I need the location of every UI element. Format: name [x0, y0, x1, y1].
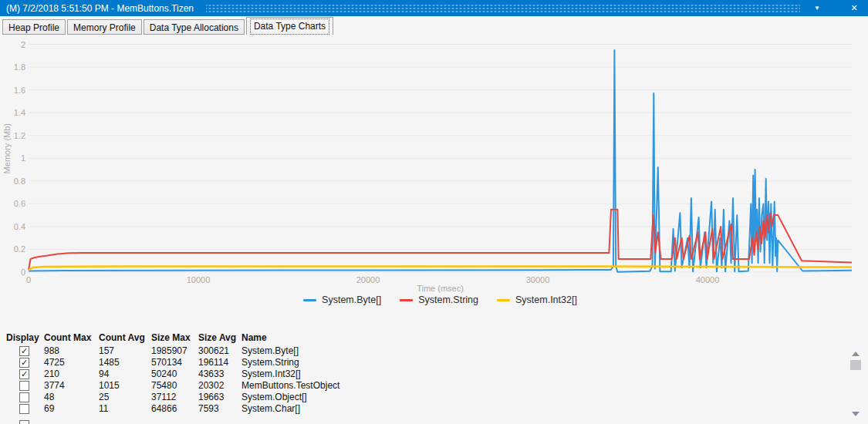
column-header-display[interactable]: Display — [6, 331, 44, 345]
table-cell-size-avg: 43633 — [198, 368, 241, 380]
tab-memory-profile[interactable]: Memory Profile — [67, 19, 142, 35]
legend-item: System.String — [400, 294, 478, 305]
table-cell-size-avg: 196114 — [198, 357, 241, 368]
display-checkbox[interactable] — [19, 404, 29, 414]
tab-strip: Heap ProfileMemory ProfileData Type Allo… — [2, 17, 335, 35]
data-type-table: DisplayCount MaxCount AvgSize MaxSize Av… — [6, 331, 411, 415]
y-tick-label: 2 — [0, 40, 25, 49]
table-cell-name: System.Object[] — [241, 392, 411, 403]
x-axis-title: Time (msec) — [29, 284, 852, 293]
table-cell-size-avg: 300621 — [198, 345, 241, 357]
y-tick-label: 0.2 — [0, 244, 25, 254]
column-header-size-avg[interactable]: Size Avg — [198, 331, 241, 345]
window-title: (M) 7/2/2018 5:51:50 PM - MemButtons.Tiz… — [0, 3, 194, 14]
table-cell-count-max: 210 — [44, 368, 99, 380]
chart-legend: System.Byte[]System.StringSystem.Int32[] — [29, 294, 852, 305]
display-checkbox[interactable] — [19, 392, 29, 402]
table-cell-size-avg: 19663 — [198, 392, 241, 403]
legend-label: System.String — [418, 294, 478, 305]
legend-swatch — [400, 299, 413, 301]
scroll-down-icon[interactable] — [852, 412, 860, 416]
y-tick-label: 0.4 — [0, 222, 25, 231]
display-checkbox[interactable]: ✓ — [19, 369, 29, 379]
y-tick-label: 1.6 — [0, 86, 25, 95]
legend-item: System.Int32[] — [497, 294, 577, 305]
table-cell-name: System.Int32[] — [241, 368, 411, 380]
table-cell-count-avg: 157 — [99, 345, 151, 357]
close-icon[interactable]: ✕ — [848, 2, 860, 15]
table-cell-count-max: 48 — [44, 392, 99, 403]
table-cell-count-max: 988 — [44, 345, 99, 357]
y-axis-title: Memory (Mb) — [2, 123, 12, 173]
y-tick-label: 0.6 — [0, 199, 25, 208]
table-cell-size-max: 1985907 — [151, 345, 198, 357]
titlebar-grip[interactable] — [206, 4, 800, 13]
column-header-name[interactable]: Name — [241, 331, 411, 345]
table-cell-name: System.String — [241, 357, 411, 368]
table-cell-count-avg: 94 — [99, 368, 151, 380]
table-scrollbar[interactable] — [847, 345, 864, 424]
table-cell-display: ✓ — [6, 368, 44, 380]
y-tick-label: 1.8 — [0, 62, 25, 72]
table-cell-name: MemButtons.TestObject — [241, 380, 411, 392]
scroll-up-icon[interactable] — [852, 352, 860, 356]
table-cell-count-avg: 25 — [99, 392, 151, 403]
legend-swatch — [497, 299, 510, 301]
window-controls: ▼ ✕ — [811, 2, 868, 15]
legend-label: System.Byte[] — [322, 294, 381, 305]
table-cell-name: System.Char[] — [241, 403, 411, 415]
series-line-system-string — [29, 210, 852, 270]
legend-label: System.Int32[] — [515, 294, 577, 305]
table-cell-display — [6, 392, 44, 403]
display-checkbox[interactable] — [19, 381, 29, 391]
column-header-size-max[interactable]: Size Max — [151, 331, 198, 345]
table-cell-size-max: 570134 — [151, 357, 198, 368]
table-cell-count-max: 4725 — [44, 357, 99, 368]
maximize-icon[interactable] — [829, 2, 842, 15]
table-cell-display: ✓ — [6, 357, 44, 368]
table-cell-count-avg: 1015 — [99, 380, 151, 392]
column-header-count-max[interactable]: Count Max — [44, 331, 99, 345]
y-tick-label: 1.4 — [0, 108, 25, 117]
legend-swatch — [303, 299, 316, 301]
table-cell-size-max: 50240 — [151, 368, 198, 380]
table-cell-display: ✓ — [6, 345, 44, 357]
series-line-system-int32- — [29, 267, 852, 270]
table-cell-size-avg: 7593 — [198, 403, 241, 415]
table-cell-count-max: 3774 — [44, 380, 99, 392]
window-position-menu-icon[interactable]: ▼ — [811, 2, 823, 15]
window-titlebar[interactable]: (M) 7/2/2018 5:51:50 PM - MemButtons.Tiz… — [0, 0, 868, 16]
table-cell-size-avg: 20302 — [198, 380, 241, 392]
table-cell-count-avg: 1485 — [99, 357, 151, 368]
table-cell-display — [6, 403, 44, 415]
scrollbar-thumb[interactable] — [850, 360, 861, 370]
legend-item: System.Byte[] — [303, 294, 381, 305]
table-cell-count-max: 69 — [44, 403, 99, 415]
y-tick-label: 0.8 — [0, 177, 25, 186]
column-header-count-avg[interactable]: Count Avg — [99, 331, 151, 345]
tab-data-type-charts[interactable]: Data Type Charts — [246, 17, 333, 35]
table-cell-size-max: 64866 — [151, 403, 198, 415]
partial-next-row-checkbox — [19, 420, 29, 424]
display-checkbox[interactable]: ✓ — [19, 346, 29, 356]
table-cell-size-max: 75480 — [151, 380, 198, 392]
table-cell-count-avg: 11 — [99, 403, 151, 415]
display-checkbox[interactable]: ✓ — [19, 358, 29, 368]
tab-heap-profile[interactable]: Heap Profile — [2, 19, 66, 35]
tab-data-type-allocations[interactable]: Data Type Allocations — [144, 19, 245, 35]
tab-label: Data Type Charts — [250, 19, 329, 35]
table-cell-size-max: 37112 — [151, 392, 198, 403]
table-cell-display — [6, 380, 44, 392]
table-cell-name: System.Byte[] — [241, 345, 411, 357]
series-line-system-byte- — [29, 50, 852, 272]
